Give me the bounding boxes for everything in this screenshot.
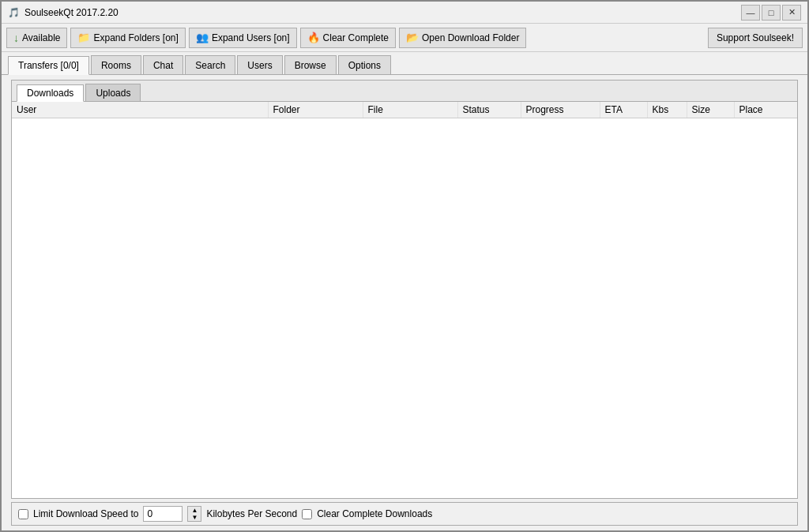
title-bar-left: 🎵 SoulseekQt 2017.2.20 xyxy=(8,7,119,18)
clear-complete-button[interactable]: 🔥 Clear Complete xyxy=(300,28,396,48)
app-window: 🎵 SoulseekQt 2017.2.20 — □ ✕ ↓ Available… xyxy=(0,0,809,532)
tab-browse[interactable]: Browse xyxy=(284,55,337,74)
kbs-label: Kilobytes Per Second xyxy=(206,508,297,519)
col-file: File xyxy=(363,102,457,118)
col-size: Size xyxy=(687,102,734,118)
table-header: User Folder File Status Progress ETA Kbs… xyxy=(12,102,797,118)
folder-icon: 📁 xyxy=(77,32,90,43)
tab-downloads[interactable]: Downloads xyxy=(17,84,84,102)
main-tabs: Transfers [0/0] Rooms Chat Search Users … xyxy=(2,52,807,75)
app-title: SoulseekQt 2017.2.20 xyxy=(24,7,119,18)
limit-speed-checkbox[interactable] xyxy=(18,509,28,519)
tab-options[interactable]: Options xyxy=(338,55,391,74)
spinner-down[interactable]: ▼ xyxy=(188,514,201,521)
tab-search[interactable]: Search xyxy=(185,55,235,74)
broom-icon: 🔥 xyxy=(307,32,320,43)
tab-users[interactable]: Users xyxy=(237,55,282,74)
available-icon: ↓ xyxy=(13,32,19,44)
transfers-panel: Downloads Uploads User Folder File Statu… xyxy=(11,80,798,499)
support-button[interactable]: Support Soulseek! xyxy=(708,28,803,48)
footer: Limit Download Speed to ▲ ▼ Kilobytes Pe… xyxy=(11,502,798,526)
col-place: Place xyxy=(734,102,797,118)
transfers-table: User Folder File Status Progress ETA Kbs… xyxy=(12,102,797,118)
expand-folders-button[interactable]: 📁 Expand Folders [on] xyxy=(70,28,185,48)
close-button[interactable]: ✕ xyxy=(782,5,801,21)
clear-complete-checkbox[interactable] xyxy=(302,509,312,519)
col-progress: Progress xyxy=(521,102,600,118)
col-status: Status xyxy=(457,102,521,118)
title-bar-controls: — □ ✕ xyxy=(741,5,801,21)
table-container: User Folder File Status Progress ETA Kbs… xyxy=(12,102,797,498)
minimize-button[interactable]: — xyxy=(741,5,760,21)
tab-rooms[interactable]: Rooms xyxy=(91,55,141,74)
speed-spinner: ▲ ▼ xyxy=(187,506,201,522)
expand-users-button[interactable]: 👥 Expand Users [on] xyxy=(189,28,297,48)
tab-uploads[interactable]: Uploads xyxy=(85,84,141,101)
col-kbs: Kbs xyxy=(647,102,687,118)
users-icon: 👥 xyxy=(196,32,209,43)
open-download-folder-button[interactable]: 📂 Open Download Folder xyxy=(399,28,526,48)
available-button[interactable]: ↓ Available xyxy=(6,28,67,48)
clear-complete-label: Clear Complete Downloads xyxy=(317,508,432,519)
speed-input[interactable] xyxy=(143,506,182,522)
toolbar: ↓ Available 📁 Expand Folders [on] 👥 Expa… xyxy=(2,24,807,52)
tab-transfers[interactable]: Transfers [0/0] xyxy=(8,56,89,75)
main-content: Downloads Uploads User Folder File Statu… xyxy=(2,75,807,530)
app-icon: 🎵 xyxy=(8,7,20,18)
spinner-up[interactable]: ▲ xyxy=(188,507,201,514)
col-eta: ETA xyxy=(600,102,647,118)
tab-chat[interactable]: Chat xyxy=(143,55,183,74)
toolbar-right: Support Soulseek! xyxy=(708,28,803,48)
col-user: User xyxy=(12,102,268,118)
download-folder-icon: 📂 xyxy=(406,32,419,43)
sub-tabs: Downloads Uploads xyxy=(12,81,797,102)
col-folder: Folder xyxy=(268,102,363,118)
title-bar: 🎵 SoulseekQt 2017.2.20 — □ ✕ xyxy=(2,2,807,24)
maximize-button[interactable]: □ xyxy=(762,5,781,21)
limit-label: Limit Download Speed to xyxy=(33,508,138,519)
